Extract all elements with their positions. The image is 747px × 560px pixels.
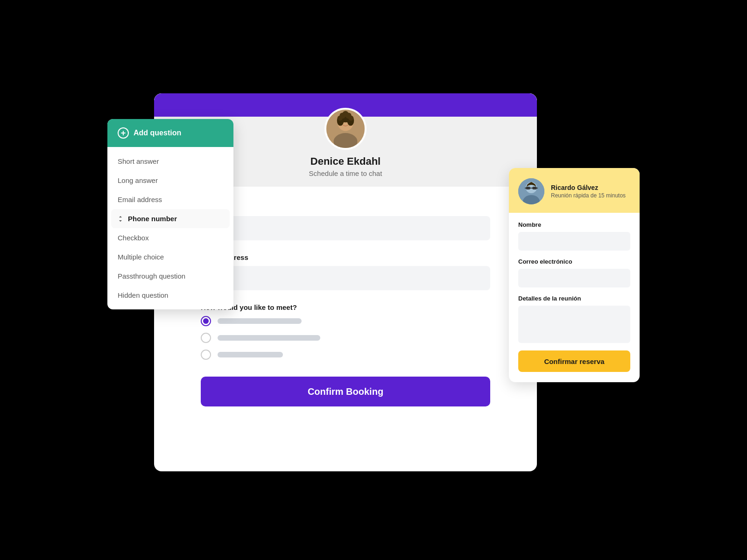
hidden-label: Hidden question bbox=[118, 291, 168, 299]
mini-host-info: Ricardo Gálvez Reunión rápida de 15 minu… bbox=[551, 184, 626, 199]
radio-group bbox=[201, 316, 490, 360]
menu-item-checkbox[interactable]: Checkbox bbox=[107, 228, 233, 247]
mini-card-body: Nombre Correo electrónico Detalles de la… bbox=[509, 213, 640, 382]
multiple-choice-label: Multiple choice bbox=[118, 253, 164, 261]
radio-placeholder-1 bbox=[218, 318, 302, 324]
email-input[interactable] bbox=[201, 266, 490, 290]
mini-detalles-group: Detalles de la reunión bbox=[518, 295, 630, 343]
mini-correo-group: Correo electrónico bbox=[518, 258, 630, 287]
short-answer-label: Short answer bbox=[118, 157, 159, 165]
svg-rect-15 bbox=[532, 187, 537, 189]
question-type-menu: Short answer Long answer Email address P… bbox=[107, 147, 233, 309]
host-subtitle: Schedule a time to chat bbox=[309, 169, 382, 177]
menu-item-short-answer[interactable]: Short answer bbox=[107, 152, 233, 171]
mini-correo-input bbox=[518, 269, 630, 287]
mini-confirm-button[interactable]: Confirmar reserva bbox=[518, 350, 630, 372]
mini-host-avatar bbox=[518, 178, 544, 204]
passthrough-label: Passthrough question bbox=[118, 272, 185, 280]
mini-detalles-textarea bbox=[518, 306, 630, 343]
name-label: Name bbox=[201, 203, 490, 211]
sort-icon bbox=[118, 215, 123, 223]
menu-item-long-answer[interactable]: Long answer bbox=[107, 171, 233, 190]
mini-nombre-label: Nombre bbox=[518, 221, 630, 228]
mini-host-subtitle: Reunión rápida de 15 minutos bbox=[551, 192, 626, 199]
confirm-booking-button[interactable]: Confirm Booking bbox=[201, 377, 490, 406]
phone-number-label: Phone number bbox=[128, 215, 177, 223]
svg-point-9 bbox=[348, 115, 353, 120]
radio-field-group: How would you like to meet? bbox=[201, 303, 490, 360]
mini-booking-card: Ricardo Gálvez Reunión rápida de 15 minu… bbox=[509, 168, 640, 382]
radio-circle-3 bbox=[201, 350, 211, 360]
menu-item-passthrough[interactable]: Passthrough question bbox=[107, 266, 233, 286]
svg-rect-14 bbox=[526, 187, 530, 189]
name-field-group: Name bbox=[201, 203, 490, 240]
radio-item-2[interactable] bbox=[201, 333, 490, 343]
add-question-dropdown: + Add question Short answer Long answer … bbox=[107, 119, 233, 309]
host-name: Denice Ekdahl bbox=[310, 155, 381, 168]
email-label: Email address bbox=[201, 253, 490, 261]
add-question-button[interactable]: + Add question bbox=[107, 119, 233, 147]
mini-host-name: Ricardo Gálvez bbox=[551, 184, 626, 191]
radio-item-3[interactable] bbox=[201, 350, 490, 360]
radio-circle-2 bbox=[201, 333, 211, 343]
radio-circle-1 bbox=[201, 316, 211, 326]
mini-card-header: Ricardo Gálvez Reunión rápida de 15 minu… bbox=[509, 168, 640, 213]
email-address-label: Email address bbox=[118, 196, 162, 203]
add-question-label: Add question bbox=[134, 129, 181, 137]
plus-icon: + bbox=[118, 127, 129, 139]
radio-item-1[interactable] bbox=[201, 316, 490, 326]
host-avatar bbox=[324, 108, 366, 150]
mini-nombre-group: Nombre bbox=[518, 221, 630, 251]
name-input[interactable] bbox=[201, 216, 490, 240]
menu-item-hidden[interactable]: Hidden question bbox=[107, 286, 233, 305]
mini-nombre-input bbox=[518, 232, 630, 251]
radio-placeholder-2 bbox=[218, 335, 320, 341]
radio-question-label: How would you like to meet? bbox=[201, 303, 490, 311]
checkbox-label: Checkbox bbox=[118, 234, 149, 242]
menu-item-multiple-choice[interactable]: Multiple choice bbox=[107, 247, 233, 266]
mini-detalles-label: Detalles de la reunión bbox=[518, 295, 630, 302]
radio-placeholder-3 bbox=[218, 352, 283, 357]
menu-item-phone-number[interactable]: Phone number bbox=[111, 209, 230, 228]
email-field-group: Email address bbox=[201, 253, 490, 290]
svg-point-10 bbox=[338, 115, 343, 120]
menu-item-email-address[interactable]: Email address bbox=[107, 190, 233, 209]
mini-correo-label: Correo electrónico bbox=[518, 258, 630, 265]
long-answer-label: Long answer bbox=[118, 176, 158, 184]
